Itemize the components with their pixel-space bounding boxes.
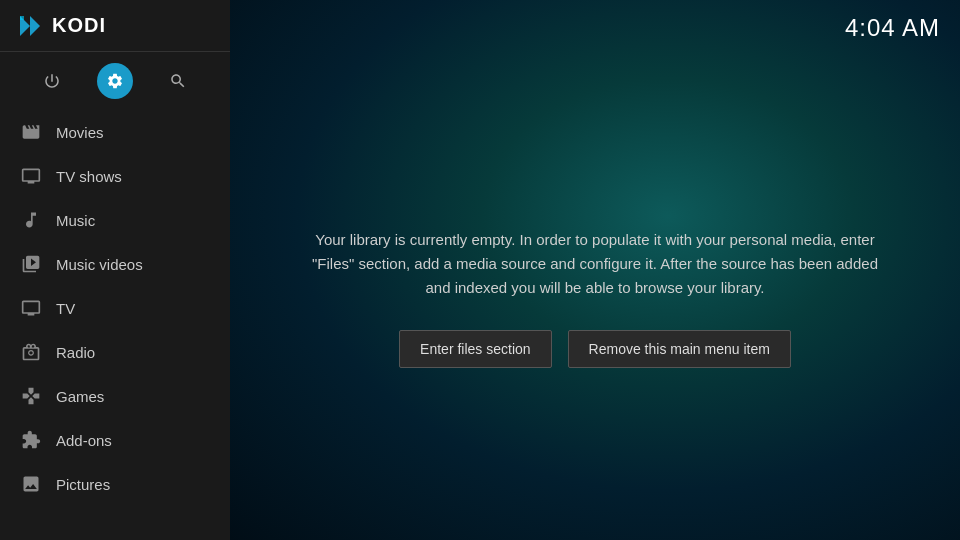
sidebar: KODI xyxy=(0,0,230,540)
kodi-logo-text: KODI xyxy=(52,14,106,37)
sidebar-item-tv-label: TV xyxy=(56,300,75,317)
pictures-icon xyxy=(20,473,42,495)
musicvideos-icon xyxy=(20,253,42,275)
sidebar-item-musicvideos-label: Music videos xyxy=(56,256,143,273)
sidebar-item-pictures-label: Pictures xyxy=(56,476,110,493)
sidebar-item-addons[interactable]: Add-ons xyxy=(0,418,230,462)
time-display: 4:04 AM xyxy=(845,14,940,42)
sidebar-item-games[interactable]: Games xyxy=(0,374,230,418)
app-container: KODI xyxy=(0,0,960,540)
sidebar-item-radio-label: Radio xyxy=(56,344,95,361)
music-icon xyxy=(20,209,42,231)
settings-icon xyxy=(106,72,124,90)
radio-icon xyxy=(20,341,42,363)
main-content: 4:04 AM Your library is currently empty.… xyxy=(230,0,960,540)
power-icon xyxy=(43,72,61,90)
kodi-logo-icon xyxy=(16,12,44,40)
sidebar-item-radio[interactable]: Radio xyxy=(0,330,230,374)
search-button[interactable] xyxy=(160,63,196,99)
sidebar-header: KODI xyxy=(0,0,230,52)
svg-rect-2 xyxy=(20,16,24,20)
sidebar-item-tvshows-label: TV shows xyxy=(56,168,122,185)
action-buttons: Enter files section Remove this main men… xyxy=(399,330,791,368)
sidebar-item-tv[interactable]: TV xyxy=(0,286,230,330)
livetv-icon xyxy=(20,297,42,319)
sidebar-nav: Movies TV shows Music Musi xyxy=(0,110,230,540)
addons-icon xyxy=(20,429,42,451)
sidebar-item-musicvideos[interactable]: Music videos xyxy=(0,242,230,286)
tvshows-icon xyxy=(20,165,42,187)
power-button[interactable] xyxy=(34,63,70,99)
sidebar-item-movies-label: Movies xyxy=(56,124,104,141)
search-icon xyxy=(169,72,187,90)
games-icon xyxy=(20,385,42,407)
top-bar: 4:04 AM xyxy=(230,0,960,56)
svg-marker-1 xyxy=(30,16,40,36)
content-area: Your library is currently empty. In orde… xyxy=(230,56,960,540)
sidebar-item-games-label: Games xyxy=(56,388,104,405)
settings-button[interactable] xyxy=(97,63,133,99)
empty-library-message: Your library is currently empty. In orde… xyxy=(310,228,880,300)
movies-icon xyxy=(20,121,42,143)
kodi-logo: KODI xyxy=(16,12,106,40)
remove-menu-item-button[interactable]: Remove this main menu item xyxy=(568,330,791,368)
sidebar-item-addons-label: Add-ons xyxy=(56,432,112,449)
sidebar-item-pictures[interactable]: Pictures xyxy=(0,462,230,506)
enter-files-button[interactable]: Enter files section xyxy=(399,330,552,368)
sidebar-item-tvshows[interactable]: TV shows xyxy=(0,154,230,198)
sidebar-item-music[interactable]: Music xyxy=(0,198,230,242)
sidebar-item-movies[interactable]: Movies xyxy=(0,110,230,154)
sidebar-item-music-label: Music xyxy=(56,212,95,229)
sidebar-icons-row xyxy=(0,52,230,110)
